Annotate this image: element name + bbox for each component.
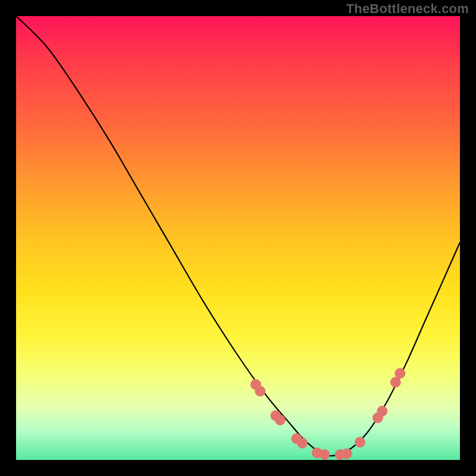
curve-svg: [16, 16, 460, 460]
marker-dot: [377, 406, 387, 416]
marker-dot: [390, 377, 400, 387]
marker-dot: [355, 437, 365, 447]
watermark-label: TheBottleneck.com: [346, 1, 469, 17]
marker-dot: [298, 438, 308, 448]
marker-dot: [395, 368, 405, 378]
marker-dot: [255, 386, 265, 396]
marker-dot: [275, 415, 285, 425]
plot-area: [16, 16, 460, 460]
marker-dot: [320, 450, 330, 460]
chart-frame: TheBottleneck.com: [0, 0, 476, 476]
bottleneck-curve: [16, 16, 460, 456]
marker-dot: [342, 449, 352, 459]
highlight-markers: [250, 368, 405, 460]
